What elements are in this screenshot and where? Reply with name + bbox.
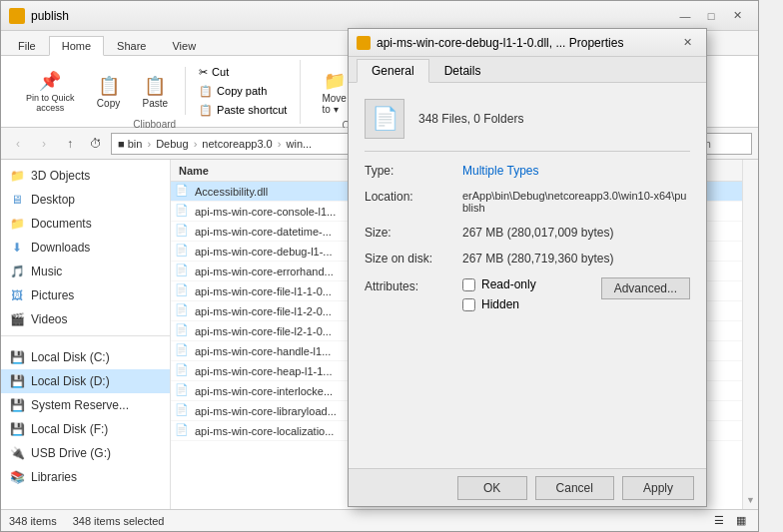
ok-button[interactable]: OK xyxy=(457,476,527,500)
dialog-body: 📄 348 Files, 0 Folders Type: Multiple Ty… xyxy=(349,83,706,468)
properties-dialog: api-ms-win-core-debug-l1-1-0.dll, ... Pr… xyxy=(348,28,707,507)
dialog-file-count: 348 Files, 0 Folders xyxy=(418,112,523,126)
dialog-overlay: api-ms-win-core-debug-l1-1-0.dll, ... Pr… xyxy=(0,0,783,532)
dialog-file-info: 348 Files, 0 Folders xyxy=(418,112,523,126)
hidden-checkbox[interactable] xyxy=(462,298,475,311)
readonly-checkbox[interactable] xyxy=(462,278,475,291)
tab-home[interactable]: Home xyxy=(49,36,104,56)
dialog-size-label: Size: xyxy=(365,226,454,240)
dialog-size-value: 267 MB (280,017,009 bytes) xyxy=(462,226,613,240)
dialog-size-on-disk-value: 267 MB (280,719,360 bytes) xyxy=(462,252,613,266)
dialog-attributes-label: Attributes: xyxy=(365,277,454,293)
dialog-attributes-section: Attributes: Read-only Hidden Advanced... xyxy=(365,277,690,311)
hidden-label: Hidden xyxy=(481,297,519,311)
dialog-size-row: Size: 267 MB (280,017,009 bytes) xyxy=(365,226,690,240)
hidden-row: Hidden xyxy=(462,297,536,311)
dialog-file-icon: 📄 xyxy=(365,99,404,139)
cancel-button[interactable]: Cancel xyxy=(535,476,614,500)
dialog-close-button[interactable]: ✕ xyxy=(676,34,698,52)
apply-button[interactable]: Apply xyxy=(622,476,694,500)
dialog-size-on-disk-row: Size on disk: 267 MB (280,719,360 bytes) xyxy=(365,252,690,266)
dialog-title-text: api-ms-win-core-debug-l1-1-0.dll, ... Pr… xyxy=(377,36,670,50)
readonly-label: Read-only xyxy=(481,277,536,291)
dialog-tab-general[interactable]: General xyxy=(357,59,429,83)
dialog-type-value[interactable]: Multiple Types xyxy=(462,164,538,178)
dialog-size-on-disk-label: Size on disk: xyxy=(365,252,454,266)
dialog-location-value: erApp\bin\Debug\netcoreapp3.0\win10-x64\… xyxy=(462,190,690,214)
dialog-title-bar: api-ms-win-core-debug-l1-1-0.dll, ... Pr… xyxy=(349,29,706,57)
dialog-tabs: General Details xyxy=(349,57,706,83)
dialog-type-row: Type: Multiple Types xyxy=(365,164,690,178)
dialog-checkboxes: Read-only Hidden xyxy=(462,277,536,311)
dialog-location-label: Location: xyxy=(365,190,454,204)
dialog-footer: OK Cancel Apply xyxy=(349,468,706,506)
readonly-row: Read-only xyxy=(462,277,536,291)
dialog-file-header: 📄 348 Files, 0 Folders xyxy=(365,99,690,152)
dialog-title-icon xyxy=(357,36,371,50)
dialog-tab-details[interactable]: Details xyxy=(429,59,496,82)
dialog-location-row: Location: erApp\bin\Debug\netcoreapp3.0\… xyxy=(365,190,690,214)
dialog-type-label: Type: xyxy=(365,164,454,178)
advanced-button[interactable]: Advanced... xyxy=(601,277,690,299)
